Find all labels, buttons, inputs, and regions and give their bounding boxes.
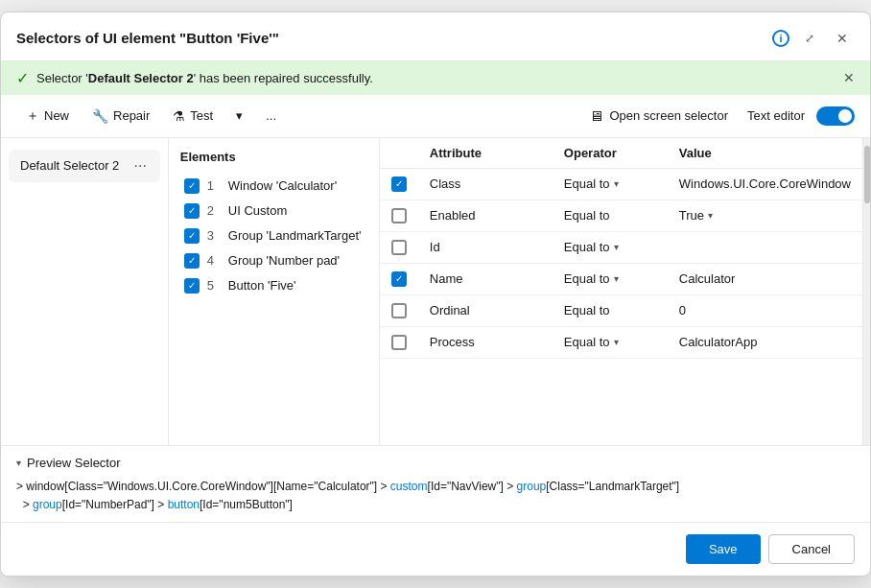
restore-button[interactable]: ⤢ (797, 26, 822, 51)
element-label-2: UI Custom (228, 203, 287, 218)
element-item-2[interactable]: 2 UI Custom (180, 199, 367, 223)
attr-operator-enabled[interactable]: Equal to (564, 208, 679, 223)
footer: Save Cancel (1, 522, 870, 576)
toolbar: ＋ New 🔧 Repair ⚗ Test ▾ ... 🖥 Open scree… (1, 95, 870, 138)
col-operator: Operator (564, 146, 679, 160)
attr-operator-id[interactable]: Equal to ▾ (564, 240, 679, 254)
attr-row-ordinal: Ordinal Equal to 0 (380, 295, 862, 327)
chevron-down-icon: ▾ (708, 210, 713, 221)
scrollbar-thumb[interactable] (864, 146, 870, 203)
repair-label: Repair (113, 108, 150, 123)
attr-checkbox-name[interactable] (391, 271, 407, 287)
expand-button[interactable]: ▾ (226, 104, 252, 128)
attr-value-ordinal: 0 (679, 303, 851, 318)
attr-row-id: Id Equal to ▾ (380, 232, 862, 264)
element-checkbox-5[interactable] (184, 278, 200, 294)
attr-value-name: Calculator (679, 271, 851, 286)
attr-checkbox-process[interactable] (391, 335, 407, 350)
chevron-down-icon: ▾ (614, 273, 619, 284)
repair-icon: 🔧 (92, 108, 108, 124)
chevron-down-icon: ▾ (614, 178, 619, 189)
toolbar-right: 🖥 Open screen selector Text editor (581, 103, 855, 129)
attr-checkbox-class[interactable] (391, 176, 407, 192)
attr-name-process: Process (430, 335, 564, 349)
element-item-1[interactable]: 1 Window 'Calculator' (180, 174, 367, 199)
selector-item[interactable]: Default Selector 2 ··· (9, 150, 160, 182)
main-content: Default Selector 2 ··· Elements 1 Window… (1, 138, 870, 445)
attr-value-class: Windows.UI.Core.CoreWindow (679, 176, 851, 191)
screen-icon: 🖥 (589, 107, 603, 124)
chevron-down-icon: ▾ (614, 337, 619, 347)
title-bar: Selectors of UI element "Button 'Five'" … (1, 12, 870, 61)
attr-operator-process[interactable]: Equal to ▾ (564, 335, 679, 349)
plus-icon: ＋ (26, 107, 39, 125)
scrollbar[interactable] (862, 138, 870, 445)
banner-prefix: Selector ' (36, 71, 88, 85)
new-button[interactable]: ＋ New (16, 103, 79, 129)
element-item-5[interactable]: 5 Button 'Five' (180, 273, 367, 298)
attributes-area: Attribute Operator Value Class Equal to … (380, 138, 862, 445)
close-banner-button[interactable]: ✕ (843, 70, 855, 85)
col-attribute: Attribute (430, 146, 564, 160)
attr-checkbox-id[interactable] (391, 240, 407, 255)
element-checkbox-4[interactable] (184, 253, 200, 269)
attr-operator-class[interactable]: Equal to ▾ (564, 176, 679, 191)
preview-section: ▾ Preview Selector > window[Class="Windo… (1, 445, 870, 522)
selector-item-label: Default Selector 2 (20, 158, 119, 173)
attr-operator-name[interactable]: Equal to ▾ (564, 271, 679, 286)
element-checkbox-2[interactable] (184, 203, 200, 219)
attr-row-enabled: Enabled Equal to True ▾ (380, 200, 862, 232)
right-panel: Elements 1 Window 'Calculator' 2 UI Cust… (169, 138, 870, 445)
open-screen-button[interactable]: 🖥 Open screen selector (581, 103, 736, 129)
more-button[interactable]: ... (256, 104, 286, 128)
chevron-down-icon: ▾ (16, 458, 21, 468)
cancel-button[interactable]: Cancel (768, 534, 855, 564)
attr-name-enabled: Enabled (430, 208, 564, 223)
selector-more-button[interactable]: ··· (131, 157, 148, 175)
success-icon: ✓ (16, 69, 29, 87)
more-label: ... (266, 108, 276, 123)
banner-suffix: ' has been repaired successfully. (194, 71, 373, 85)
element-item-4[interactable]: 4 Group 'Number pad' (180, 248, 367, 273)
new-label: New (44, 108, 69, 123)
open-screen-label: Open screen selector (609, 108, 728, 123)
attr-name-class: Class (430, 176, 564, 191)
preview-code: > window[Class="Windows.UI.Core.CoreWind… (16, 478, 855, 514)
dialog-title: Selectors of UI element "Button 'Five'" (16, 30, 765, 46)
element-item-3[interactable]: 3 Group 'LandmarkTarget' (180, 223, 367, 248)
preview-header[interactable]: ▾ Preview Selector (16, 456, 855, 470)
attr-row-process: Process Equal to ▾ CalculatorApp (380, 327, 862, 359)
test-label: Test (190, 108, 213, 123)
test-button[interactable]: ⚗ Test (163, 104, 223, 129)
banner-text: Selector 'Default Selector 2' has been r… (36, 71, 373, 85)
attr-value-process: CalculatorApp (679, 335, 851, 349)
text-editor-label: Text editor (747, 108, 805, 123)
attr-row-name: Name Equal to ▾ Calculator (380, 264, 862, 295)
left-panel: Default Selector 2 ··· (1, 138, 169, 445)
chevron-down-icon: ▾ (236, 108, 243, 123)
dialog: Selectors of UI element "Button 'Five'" … (0, 12, 871, 576)
attr-name-id: Id (430, 240, 564, 254)
element-num-1: 1 (207, 178, 221, 193)
save-button[interactable]: Save (686, 534, 761, 564)
attr-value-enabled: True ▾ (679, 208, 851, 223)
repair-button[interactable]: 🔧 Repair (82, 104, 159, 129)
attr-name-name: Name (430, 271, 564, 286)
attr-operator-ordinal[interactable]: Equal to (564, 303, 679, 318)
text-editor-toggle[interactable] (816, 106, 855, 126)
preview-line-2: > group[Id="NumberPad"] > button[Id="num… (16, 496, 855, 514)
element-num-3: 3 (207, 228, 221, 243)
element-label-3: Group 'LandmarkTarget' (228, 228, 362, 243)
preview-title: Preview Selector (27, 456, 121, 470)
close-button[interactable]: ✕ (830, 26, 855, 51)
info-icon[interactable]: i (772, 30, 789, 47)
element-checkbox-1[interactable] (184, 178, 200, 194)
elements-title: Elements (180, 150, 367, 164)
attr-checkbox-enabled[interactable] (391, 208, 407, 223)
attr-name-ordinal: Ordinal (430, 303, 564, 318)
element-num-4: 4 (207, 253, 221, 268)
attr-checkbox-ordinal[interactable] (391, 303, 407, 318)
element-num-2: 2 (207, 203, 221, 218)
col-check (391, 146, 430, 160)
element-checkbox-3[interactable] (184, 228, 200, 244)
